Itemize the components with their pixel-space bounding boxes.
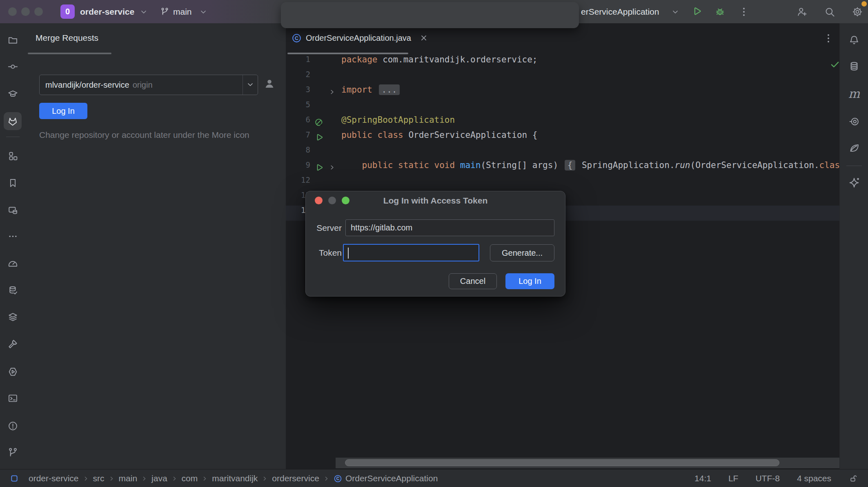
generate-token-button[interactable]: Generate... [490,244,554,261]
bean-gutter-icon[interactable] [314,118,324,127]
code-line[interactable]: 12 [286,175,839,190]
repository-dropdown[interactable]: mlvandijk/order-service origin [39,75,258,95]
cancel-button[interactable]: Cancel [449,273,497,289]
line-ending[interactable]: LF [728,474,739,483]
code-text: public static void main(String[] args) {… [341,160,839,175]
fold-toggle[interactable] [329,89,335,95]
search-icon[interactable] [824,6,835,18]
line-number: 3 [286,85,310,100]
svg-text:C: C [295,35,298,41]
horizontal-scrollbar-thumb[interactable] [345,459,779,466]
chevron-right-icon [83,476,89,481]
encoding[interactable]: UTF-8 [755,474,780,483]
run-line-icon [314,163,324,173]
problems-icon[interactable] [4,417,22,435]
panel-title: Merge Requests [36,33,98,43]
branch-widget[interactable]: main [173,0,192,23]
run-gutter-icon[interactable] [314,133,324,142]
commit-icon[interactable] [4,58,22,75]
java-class-icon: C [334,474,342,483]
line-number: 2 [286,70,310,85]
project-widget[interactable]: order-service [80,0,134,23]
breadcrumb-item[interactable]: COrderServiceApplication [334,474,438,483]
breadcrumb-item[interactable]: main [119,474,138,483]
run-configuration-widget[interactable]: erServiceApplication [581,0,659,23]
services-layers-icon[interactable] [4,308,22,326]
indent-setting[interactable]: 4 spaces [797,474,831,483]
chevron-down-icon[interactable] [243,75,258,95]
maven-icon[interactable]: m [845,85,863,103]
line-number: 5 [286,100,310,115]
learn-icon[interactable] [4,85,22,103]
breadcrumb-item[interactable]: java [151,474,167,483]
run-button[interactable] [691,6,702,17]
bookmarks-icon[interactable] [4,174,22,192]
spring-leaf-icon[interactable] [845,139,863,157]
structure-icon[interactable] [4,147,22,165]
run-line-icon [314,133,324,142]
breadcrumb-item[interactable]: maritvandijk [212,474,258,483]
line-number: 6 [286,115,310,130]
settings-gear-icon[interactable] [852,6,863,18]
window-zoom-icon[interactable] [34,7,43,16]
terminal-icon[interactable] [4,389,22,407]
breadcrumb-item[interactable]: order-service [29,474,79,483]
breadcrumb-item[interactable]: src [93,474,105,483]
server-input[interactable] [345,219,554,236]
text-caret [348,248,349,259]
version-control-icon[interactable] [4,443,22,461]
repository-value: mlvandijk/order-service [40,80,129,90]
window-close-icon[interactable] [8,7,17,16]
caret-position[interactable]: 14:1 [694,474,711,483]
horizontal-scrollbar-track[interactable] [336,458,839,468]
ide-window: 0 order-service main erServiceApplicatio… [0,0,868,487]
login-dialog: Log In with Access Token Server Token Ge… [305,191,565,297]
code-line[interactable]: 5 [286,100,839,115]
editor-options-kebab-icon[interactable] [824,33,833,44]
account-icon[interactable] [263,77,276,90]
panel-hint-text: Change repository or account later under… [39,130,249,140]
ai-assistant-sparkle-icon[interactable] [845,174,863,192]
database-check-icon[interactable] [4,281,22,299]
fold-toggle[interactable] [329,164,335,170]
code-line[interactable]: 9 public static void main(String[] args)… [286,160,839,175]
code-line[interactable]: 6@SpringBootApplication [286,115,839,130]
dialog-login-button[interactable]: Log In [505,273,554,289]
token-input[interactable] [343,244,479,261]
java-class-icon: C [292,33,302,43]
notification-dot [861,1,867,7]
code-line[interactable]: 2 [286,70,839,85]
notifications-bell-icon[interactable] [845,31,863,49]
more-tools-icon[interactable] [4,227,22,245]
code-text: import ... [341,85,401,100]
run-services-icon[interactable] [4,363,22,381]
remote-name: origin [133,80,153,90]
panel-login-button[interactable]: Log In [39,103,87,119]
code-line[interactable]: 1package com.maritvandijk.orderservice; [286,55,839,70]
code-line[interactable]: 3import ... [286,85,839,100]
chevron-right-icon [172,476,177,481]
build-hammer-icon[interactable] [4,335,22,353]
svg-text:C: C [336,476,340,481]
code-text: public class OrderServiceApplication { [341,130,537,145]
unlocked-padlock-icon[interactable] [848,474,858,483]
chevron-right-icon [262,476,267,481]
database-icon[interactable] [845,58,863,75]
gitlab-merge-requests-icon[interactable] [4,112,22,130]
code-line[interactable]: 7public class OrderServiceApplication { [286,130,839,145]
breadcrumb-item[interactable]: orderservice [272,474,319,483]
project-folder-icon[interactable] [4,31,22,49]
breadcrumb-item[interactable]: com [182,474,198,483]
debug-button[interactable] [714,6,726,17]
window-minimize-icon[interactable] [21,7,30,16]
breadcrumb[interactable]: order-servicesrcmainjavacommaritvandijko… [29,474,438,483]
run-gutter-icon[interactable] [314,163,324,173]
code-line[interactable]: 8 [286,145,839,160]
project-badge-glyph: 0 [65,7,70,16]
add-user-icon[interactable] [796,6,808,18]
endpoints-icon[interactable] [845,113,863,131]
profiler-gauge-icon[interactable] [4,254,22,272]
devices-database-icon[interactable] [4,201,22,219]
close-icon[interactable] [420,34,427,42]
more-options-kebab-icon[interactable] [739,7,749,17]
